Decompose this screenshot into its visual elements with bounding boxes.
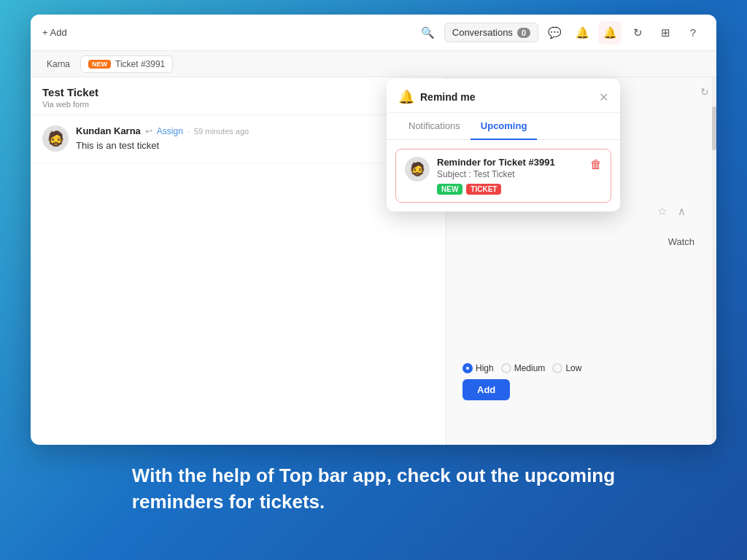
tabs-row: Karna NEW Ticket #3991 xyxy=(31,51,716,77)
watch-label: Watch xyxy=(668,236,694,247)
tag-new: NEW xyxy=(437,184,462,195)
high-priority-option[interactable]: High xyxy=(462,363,494,373)
panel-title: Test Ticket xyxy=(42,86,98,98)
add-button[interactable]: + Add xyxy=(42,27,67,38)
refresh-icon: ↻ xyxy=(633,26,643,39)
medium-priority-option[interactable]: Medium xyxy=(501,363,546,373)
panel-header: Test Ticket Via web form ⊽ xyxy=(31,77,446,115)
reminder-title: Reminder for Ticket #3991 xyxy=(437,157,583,168)
star-icon[interactable]: ☆ xyxy=(657,205,667,218)
upcoming-tab-label: Upcoming xyxy=(481,120,527,131)
low-priority-option[interactable]: Low xyxy=(552,363,581,373)
left-panel: Test Ticket Via web form ⊽ 🧔 Kundan Karn… xyxy=(31,77,446,445)
high-radio[interactable] xyxy=(462,363,473,373)
chat-icon: 💬 xyxy=(548,26,562,39)
reminder-card: 🧔 Reminder for Ticket #3991 Subject : Te… xyxy=(395,149,611,203)
search-icon: 🔍 xyxy=(421,26,435,39)
author-row: Kundan Karna ↩ Assign · 59 minutes ago xyxy=(76,125,434,136)
remind-popup: 🔔 Remind me ✕ Notifications Upcoming 🧔 R… xyxy=(387,79,620,211)
grid-icon: ⊞ xyxy=(661,26,670,39)
search-button[interactable]: 🔍 xyxy=(417,21,440,44)
popup-tab-upcoming[interactable]: Upcoming xyxy=(471,113,538,140)
tab-ticket[interactable]: NEW Ticket #3991 xyxy=(80,55,173,73)
message-text: This is an test ticket xyxy=(76,139,434,152)
reminder-subject: Subject : Test Ticket xyxy=(437,169,583,179)
conversations-badge: 0 xyxy=(517,28,530,38)
popup-bell-icon: 🔔 xyxy=(398,89,414,105)
reminder-avatar: 🧔 xyxy=(405,157,430,182)
low-radio[interactable] xyxy=(552,363,562,373)
top-bar-icons: 🔍 Conversations 0 💬 🔔 🔔 ↻ ⊞ ? xyxy=(417,21,705,44)
bottom-text: With the help of Top bar app, check out … xyxy=(117,462,630,516)
bottom-text-content: With the help of Top bar app, check out … xyxy=(132,464,615,513)
tab-karna[interactable]: Karna xyxy=(39,56,77,72)
chevron-up-icon[interactable]: ∧ xyxy=(678,205,686,218)
conversations-label: Conversations xyxy=(452,27,513,38)
refresh-button[interactable]: ↻ xyxy=(626,21,649,44)
popup-close-button[interactable]: ✕ xyxy=(599,90,608,104)
priority-row: High Medium Low xyxy=(455,363,708,373)
high-label: High xyxy=(476,363,494,373)
medium-radio[interactable] xyxy=(501,363,511,373)
reminder-info: Reminder for Ticket #3991 Subject : Test… xyxy=(437,157,583,195)
avatar-face: 🧔 xyxy=(42,125,69,152)
tab-karna-label: Karna xyxy=(47,59,70,69)
tab-ticket-badge: NEW xyxy=(88,60,111,69)
low-label: Low xyxy=(565,363,581,373)
notifications-tab-label: Notifications xyxy=(409,120,460,131)
notification-bell-button[interactable]: 🔔 xyxy=(570,21,594,44)
tab-ticket-label: Ticket #3991 xyxy=(115,59,165,69)
bell-icon: 🔔 xyxy=(576,26,589,39)
conversations-button[interactable]: Conversations 0 xyxy=(444,23,538,42)
message-item: 🧔 Kundan Karna ↩ Assign · 59 minutes ago… xyxy=(31,115,446,163)
app-window: + Add 🔍 Conversations 0 💬 🔔 🔔 ↻ xyxy=(31,15,716,445)
help-icon: ? xyxy=(690,26,696,39)
add-reminder-button[interactable]: Add xyxy=(462,379,510,400)
right-refresh-icon[interactable]: ↻ xyxy=(700,86,709,98)
popup-body: 🧔 Reminder for Ticket #3991 Subject : Te… xyxy=(387,140,620,211)
panel-title-area: Test Ticket Via web form xyxy=(42,86,98,109)
avatar: 🧔 xyxy=(42,125,69,152)
author-name: Kundan Karna xyxy=(76,125,141,136)
popup-tab-notifications[interactable]: Notifications xyxy=(398,113,471,140)
help-button[interactable]: ? xyxy=(681,21,705,44)
scrollbar-thumb[interactable] xyxy=(712,106,716,150)
active-bell-button[interactable]: 🔔 xyxy=(598,21,622,44)
delete-reminder-button[interactable]: 🗑 xyxy=(590,158,602,171)
popup-title-row: 🔔 Remind me xyxy=(398,89,475,105)
assign-link[interactable]: Assign xyxy=(157,126,183,136)
reminder-tags: NEW TICKET xyxy=(437,184,583,195)
panel-subtitle: Via web form xyxy=(42,100,98,109)
add-label: + Add xyxy=(42,27,67,38)
time-text: · xyxy=(187,127,190,136)
popup-title: Remind me xyxy=(420,91,475,103)
active-bell-icon: 🔔 xyxy=(603,26,617,39)
tag-ticket: TICKET xyxy=(466,184,501,195)
scrollbar-track xyxy=(712,77,716,445)
message-time: 59 minutes ago xyxy=(194,127,249,136)
grid-button[interactable]: ⊞ xyxy=(654,21,677,44)
top-bar: + Add 🔍 Conversations 0 💬 🔔 🔔 ↻ xyxy=(31,15,716,51)
reply-icon: ↩ xyxy=(145,126,152,136)
chat-button[interactable]: 💬 xyxy=(543,21,566,44)
popup-header: 🔔 Remind me ✕ xyxy=(387,79,620,113)
popup-tabs: Notifications Upcoming xyxy=(387,113,620,140)
medium-label: Medium xyxy=(514,363,546,373)
message-meta: Kundan Karna ↩ Assign · 59 minutes ago T… xyxy=(76,125,434,152)
